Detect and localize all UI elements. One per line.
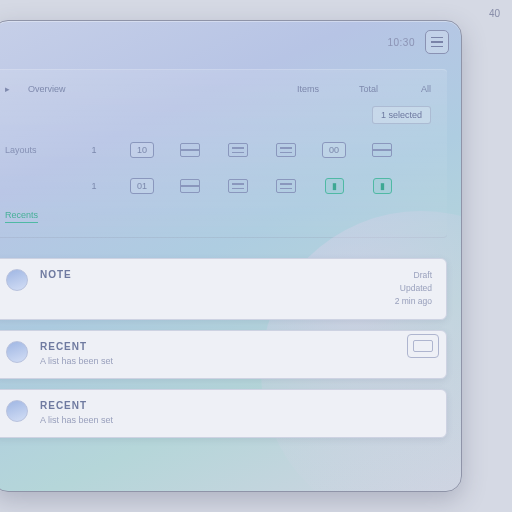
panel-marker-icon: ▸ [5, 84, 10, 94]
bars-icon [228, 143, 248, 157]
col-header-items: Items [297, 84, 341, 94]
selection-chip[interactable]: 1 selected [372, 106, 431, 124]
list-item[interactable]: NOTE Draft Updated 2 min ago [0, 258, 447, 320]
panel-tabs: Recents [3, 204, 433, 223]
cards-list: NOTE Draft Updated 2 min ago RECENT A li… [0, 248, 461, 450]
clock: 10:30 [387, 37, 415, 48]
card-title: RECENT [40, 341, 432, 352]
cell[interactable]: 1 [77, 175, 111, 197]
col-header-all[interactable]: All [421, 84, 431, 94]
card-meta: Draft Updated 2 min ago [395, 269, 432, 307]
stack-icon [180, 179, 200, 193]
cell[interactable] [269, 139, 303, 161]
cell[interactable]: 1 [77, 139, 111, 161]
col-header-total: Total [359, 84, 403, 94]
avatar [6, 269, 28, 291]
panel-header-row: ▸ Overview Items Total All [3, 80, 433, 102]
panel-chip-row: 1 selected [3, 102, 433, 132]
tag-icon[interactable] [407, 334, 439, 358]
card-title: RECENT [40, 400, 432, 411]
bars-icon [276, 179, 296, 193]
cell[interactable] [269, 175, 303, 197]
corner-label: 40 [489, 8, 500, 19]
app-window: 10:30 ▸ Overview Items Total All 1 selec… [0, 20, 462, 492]
bars-icon [228, 179, 248, 193]
col-header-overview: Overview [28, 84, 279, 94]
card-subtitle: A list has been set [40, 356, 432, 366]
pill-active: ▮ [325, 178, 344, 194]
cell[interactable] [173, 139, 207, 161]
cell[interactable]: ▮ [365, 175, 399, 197]
cell[interactable] [221, 175, 255, 197]
grid-row: Layouts 1 10 00 [3, 132, 433, 168]
row-label: Layouts [5, 145, 63, 155]
list-item[interactable]: RECENT A list has been set [0, 389, 447, 438]
list-item[interactable]: RECENT A list has been set [0, 330, 447, 379]
cell[interactable] [365, 139, 399, 161]
pill-active: ▮ [373, 178, 392, 194]
cell[interactable] [221, 139, 255, 161]
stack-icon [372, 143, 392, 157]
avatar [6, 341, 28, 363]
card-subtitle: A list has been set [40, 415, 432, 425]
cell[interactable]: 10 [125, 139, 159, 161]
cell[interactable]: 01 [125, 175, 159, 197]
titlebar: 10:30 [0, 21, 461, 63]
cell[interactable]: ▮ [317, 175, 351, 197]
cell[interactable] [173, 175, 207, 197]
cell[interactable]: 00 [317, 139, 351, 161]
stack-icon [180, 143, 200, 157]
card-title: NOTE [40, 269, 383, 280]
bars-icon [276, 143, 296, 157]
data-panel: ▸ Overview Items Total All 1 selected La… [0, 69, 447, 238]
menu-button[interactable] [425, 30, 449, 54]
grid-row: 1 01 ▮ ▮ [3, 168, 433, 204]
tab-recents[interactable]: Recents [5, 210, 38, 223]
avatar [6, 400, 28, 422]
